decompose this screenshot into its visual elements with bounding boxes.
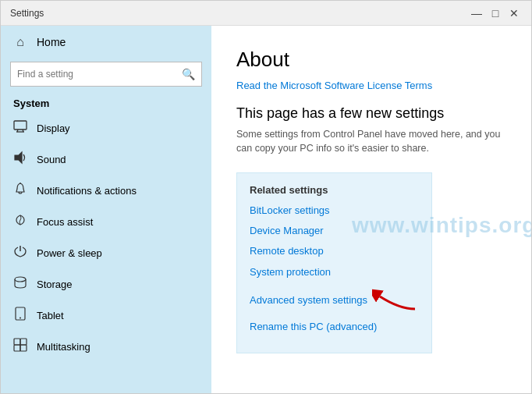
settings-window: Settings — □ ✕ ⌂ Home 🔍 System [0,0,532,394]
window-body: ⌂ Home 🔍 System Display [1,26,531,393]
multitasking-label: Multitasking [37,341,90,353]
tablet-label: Tablet [37,310,64,321]
storage-label: Storage [37,279,73,290]
sidebar-item-power[interactable]: Power & sleep [1,237,211,268]
new-settings-description: Some settings from Control Panel have mo… [236,128,502,155]
multitasking-icon [13,338,27,355]
sound-icon [13,151,27,168]
sound-label: Sound [37,154,66,165]
section-label: System [1,93,211,112]
advanced-system-row: Advanced system settings [250,286,419,315]
main-content: www.wintips.org About Read the Microsoft… [211,26,531,393]
notifications-icon [13,182,27,199]
new-settings-heading: This page has a few new settings [236,105,506,122]
system-protection-link[interactable]: System protection [250,265,419,279]
window-controls: — □ ✕ [469,5,522,21]
related-settings-panel: Related settings BitLocker settings Devi… [236,172,432,353]
storage-icon [13,275,27,293]
red-arrow [372,287,419,315]
power-label: Power & sleep [37,247,102,259]
sidebar-item-sound[interactable]: Sound [1,144,211,175]
svg-point-8 [20,318,21,319]
sidebar: ⌂ Home 🔍 System Display [1,26,211,393]
svg-marker-4 [15,152,22,163]
search-input[interactable] [17,69,182,80]
rename-pc-link[interactable]: Rename this PC (advanced) [250,320,419,334]
window-title: Settings [10,8,469,19]
power-icon [13,244,27,261]
device-manager-link[interactable]: Device Manager [250,224,419,238]
focus-label: Focus assist [37,216,93,228]
home-label: Home [37,36,66,48]
svg-rect-10 [20,339,27,345]
search-icon: 🔍 [182,68,195,80]
svg-rect-12 [20,345,27,351]
home-icon: ⌂ [13,35,27,49]
close-button[interactable]: ✕ [506,5,522,21]
svg-point-6 [15,277,26,282]
advanced-system-link[interactable]: Advanced system settings [250,293,367,307]
sidebar-item-tablet[interactable]: Tablet [1,300,211,331]
minimize-button[interactable]: — [469,5,484,21]
notifications-label: Notifications & actions [37,185,137,197]
sidebar-item-storage[interactable]: Storage [1,268,211,300]
focus-icon [13,213,27,230]
sidebar-item-notifications[interactable]: Notifications & actions [1,175,211,206]
svg-rect-0 [14,121,27,130]
svg-rect-9 [14,339,20,345]
license-link[interactable]: Read the Microsoft Software License Term… [236,80,506,91]
related-settings-label: Related settings [250,184,419,196]
display-label: Display [37,122,70,134]
display-icon [13,119,27,137]
maximize-button[interactable]: □ [488,5,503,21]
remote-desktop-link[interactable]: Remote desktop [250,244,419,258]
svg-rect-11 [14,345,20,351]
tablet-icon [13,307,27,324]
sidebar-item-multitasking[interactable]: Multitasking [1,331,211,362]
title-bar: Settings — □ ✕ [1,1,531,26]
search-box[interactable]: 🔍 [10,62,202,87]
sidebar-item-display[interactable]: Display [1,112,211,144]
sidebar-home-item[interactable]: ⌂ Home [1,26,211,59]
sidebar-item-focus[interactable]: Focus assist [1,206,211,237]
page-title: About [236,48,506,72]
bitlocker-link[interactable]: BitLocker settings [250,204,419,218]
